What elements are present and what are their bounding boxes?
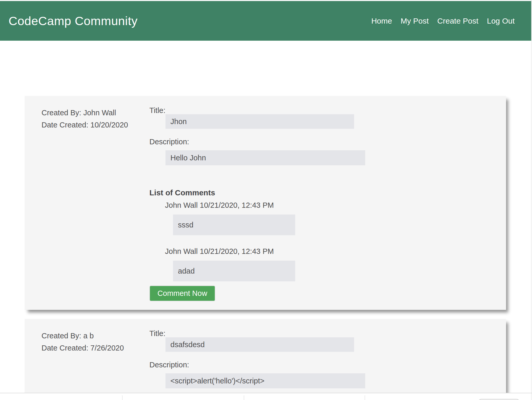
title-label: Title:	[149, 107, 506, 114]
description-label: Description:	[149, 138, 506, 146]
divider-tick	[365, 395, 365, 400]
comments-heading: List of Comments	[149, 188, 506, 197]
post-card: Created By: John Wall Date Created: 10/2…	[25, 96, 506, 310]
title-input[interactable]: dsafsdesd	[165, 337, 354, 352]
comment-text-box: adad	[173, 261, 295, 281]
nav-link-create-post[interactable]: Create Post	[437, 17, 478, 25]
page-content: Created By: John Wall Date Created: 10/2…	[0, 41, 532, 393]
post-meta: Created By: a b Date Created: 7/26/2020	[25, 330, 149, 388]
comment-author-line: John Wall 10/21/2020, 12:43 PM	[165, 247, 506, 256]
post-created-by: Created By: John Wall	[42, 107, 149, 119]
nav-link-my-post[interactable]: My Post	[400, 17, 429, 25]
divider-tick	[244, 395, 244, 400]
nav-link-home[interactable]: Home	[371, 17, 392, 25]
post-form: Title: Jhon Description: Hello John List…	[149, 107, 506, 301]
description-input[interactable]: Hello John	[165, 150, 365, 165]
title-input[interactable]: Jhon	[165, 114, 354, 129]
post-card: Created By: a b Date Created: 7/26/2020 …	[25, 319, 506, 393]
app-header: CodeCamp Community HomeMy PostCreate Pos…	[0, 1, 531, 41]
comments-section: List of Comments John Wall 10/21/2020, 1…	[149, 188, 506, 301]
post-created-by: Created By: a b	[42, 330, 149, 342]
title-label: Title:	[149, 330, 506, 337]
divider-tick	[122, 395, 122, 400]
post-form: Title: dsafsdesd Description: <script>al…	[149, 330, 506, 388]
post-date-created: Date Created: 10/20/2020	[42, 119, 149, 131]
description-input[interactable]: <script>alert('hello')</script>	[165, 373, 365, 388]
post-date-created: Date Created: 7/26/2020	[42, 342, 149, 354]
comment-now-button[interactable]: Comment Now	[149, 285, 215, 301]
comment-item: John Wall 10/21/2020, 12:43 PM sssd	[149, 201, 506, 235]
description-label: Description:	[149, 361, 506, 369]
comment-text-box: sssd	[173, 215, 295, 235]
nav-link-log-out[interactable]: Log Out	[487, 17, 515, 25]
comments-list: John Wall 10/21/2020, 12:43 PM sssd John…	[149, 201, 506, 281]
post-meta: Created By: John Wall Date Created: 10/2…	[25, 107, 149, 301]
comment-author-line: John Wall 10/21/2020, 12:43 PM	[165, 201, 506, 210]
bottom-strip	[0, 393, 532, 400]
window-right-edge	[531, 0, 531, 400]
comment-item: John Wall 10/21/2020, 12:43 PM adad	[149, 247, 506, 281]
partial-button-edge	[479, 399, 519, 400]
main-nav: HomeMy PostCreate PostLog Out	[371, 17, 531, 25]
app-title: CodeCamp Community	[9, 14, 137, 28]
